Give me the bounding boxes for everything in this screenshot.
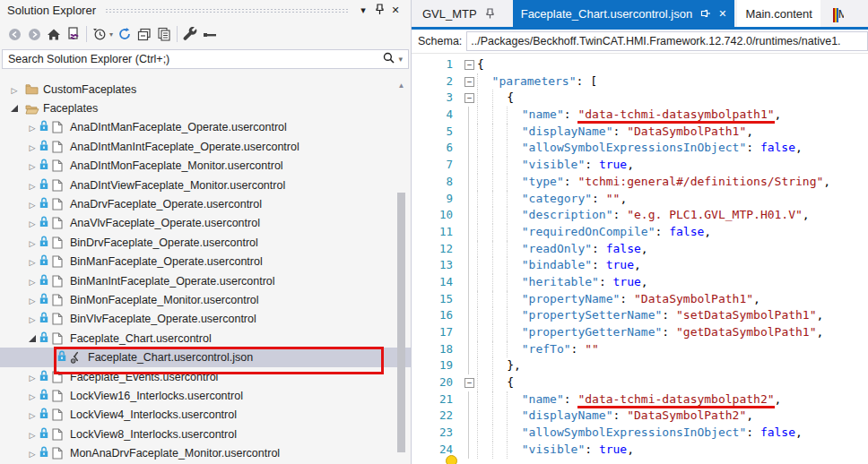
tree-item[interactable]: ▷AnaDrvFaceplate_Operate.usercontrol bbox=[0, 194, 411, 213]
expander-icon[interactable]: ▷ bbox=[7, 83, 22, 96]
tree-item[interactable]: ▷BinVlvFaceplate_Operate.usercontrol bbox=[0, 310, 411, 329]
close-tab-icon[interactable]: ✕ bbox=[718, 9, 726, 19]
expander-icon[interactable] bbox=[7, 102, 22, 115]
tab-gvl-mtp[interactable]: GVL_MTP bbox=[414, 0, 503, 27]
expander-icon[interactable]: ▷ bbox=[25, 159, 39, 172]
tree-item[interactable]: ▷AnaVlvFaceplate_Operate.usercontrol bbox=[0, 214, 411, 233]
code-text: "category": "", bbox=[477, 191, 868, 208]
code-line[interactable]: 17"propertyGetterName": "getDataSymbolPa… bbox=[412, 324, 868, 341]
code-line[interactable]: 20−{ bbox=[412, 374, 868, 391]
code-line[interactable]: 18"refTo": "" bbox=[412, 341, 868, 358]
tree-item[interactable]: ▷LockView8_Interlocks.usercontrol bbox=[0, 425, 411, 443]
tree-item[interactable]: ▷LockView16_Interlocks.usercontrol bbox=[0, 386, 411, 405]
code-text: "allowSymbolExpressionsInObject": false, bbox=[477, 425, 868, 442]
expander-icon[interactable]: ▷ bbox=[25, 294, 39, 306]
code-line[interactable]: 23"allowSymbolExpressionsInObject": fals… bbox=[412, 425, 868, 442]
code-line[interactable]: 4"name": "data-tchmi-datasymbolpath1", bbox=[412, 107, 868, 124]
tree-item[interactable]: ▷AnaDIntViewFaceplate_Monitor.usercontro… bbox=[0, 176, 411, 194]
tab-main-content[interactable]: Main.content bbox=[737, 0, 820, 27]
expander-icon[interactable]: ▷ bbox=[25, 408, 39, 421]
pin-icon[interactable] bbox=[700, 8, 711, 19]
fold-toggle[interactable]: − bbox=[463, 374, 477, 391]
code-line[interactable]: 8"type": "tchmi:general#/definitions/Str… bbox=[412, 174, 868, 191]
history-filter-icon[interactable] bbox=[90, 24, 109, 44]
tab-faceplate-chart-usercontrol-json[interactable]: Faceplate_Chart.usercontrol.json✕ bbox=[513, 0, 735, 27]
code-line[interactable]: 5"displayName": "DataSymbolPath1", bbox=[412, 124, 868, 141]
back-icon[interactable] bbox=[4, 24, 24, 44]
tree-item[interactable]: ▷MonAnaDrvFaceplate_Monitor.usercontrol bbox=[0, 443, 411, 462]
expander-icon[interactable]: ▷ bbox=[25, 121, 39, 133]
expander-icon[interactable]: ▷ bbox=[25, 236, 39, 249]
tree-item[interactable]: ▷AnaDIntMonFaceplate_Monitor.usercontrol bbox=[0, 157, 411, 176]
fold-toggle[interactable]: − bbox=[463, 56, 477, 73]
tree-item[interactable]: Faceplates bbox=[0, 99, 411, 117]
expander-icon[interactable]: ▷ bbox=[25, 313, 39, 325]
code-line[interactable]: 2−"parameters": [ bbox=[412, 73, 868, 90]
tree-item[interactable]: ▷LockView4_Interlocks.usercontrol bbox=[0, 406, 411, 425]
pin-icon[interactable] bbox=[371, 4, 387, 17]
code-line[interactable]: 21"name": "data-tchmi-datasymbolpath2", bbox=[412, 391, 868, 408]
expander-icon[interactable]: ▷ bbox=[25, 217, 39, 229]
expander-icon[interactable]: ▷ bbox=[25, 447, 39, 460]
code-line[interactable]: 19}, bbox=[412, 357, 868, 374]
expander-icon[interactable]: ▷ bbox=[25, 141, 39, 153]
tree-item[interactable]: ▷AnaDIntManFaceplate_Operate.usercontrol bbox=[0, 118, 411, 137]
expander-icon[interactable]: ▷ bbox=[25, 255, 39, 268]
code-line[interactable]: 12"readOnly": false, bbox=[412, 241, 868, 258]
fold-toggle[interactable]: − bbox=[463, 90, 477, 107]
home-icon[interactable] bbox=[44, 24, 64, 44]
tree-item[interactable]: Faceplate_Chart.usercontrol bbox=[0, 329, 411, 348]
tree-item[interactable]: ▷CustomFaceplates bbox=[0, 80, 411, 99]
expander-icon[interactable]: ▷ bbox=[25, 275, 39, 288]
code-line[interactable]: 1−{ bbox=[412, 56, 868, 73]
refresh-icon[interactable] bbox=[115, 24, 135, 44]
lock-icon bbox=[39, 120, 52, 134]
code-line[interactable]: 24"visible": true, bbox=[412, 442, 868, 459]
window-position-caret-icon[interactable]: ▾ bbox=[355, 4, 371, 16]
sync-with-active-document-icon[interactable] bbox=[64, 24, 83, 44]
code-line[interactable]: 9"category": "", bbox=[412, 191, 868, 208]
collapse-all-icon[interactable] bbox=[135, 24, 154, 44]
lock-icon bbox=[39, 446, 52, 460]
code-line[interactable]: 16"propertySetterName": "setDataSymbolPa… bbox=[412, 307, 868, 324]
expander-icon[interactable]: ▷ bbox=[25, 371, 39, 383]
lock-icon bbox=[39, 254, 52, 269]
tree-item[interactable]: ▷BinManFaceplate_Operate.usercontrol bbox=[0, 253, 411, 271]
forward-icon[interactable] bbox=[24, 24, 44, 44]
tree-item[interactable]: ▷BinDrvFaceplate_Operate.usercontrol bbox=[0, 233, 411, 252]
code-line[interactable]: 14"heritable": true, bbox=[412, 274, 868, 291]
collapse-definitions-icon[interactable] bbox=[200, 24, 220, 44]
wrench-icon[interactable] bbox=[180, 24, 200, 44]
history-filter-caret-icon[interactable]: ▾ bbox=[109, 30, 113, 39]
copy-properties-icon[interactable] bbox=[154, 24, 174, 44]
code-line[interactable]: 22"displayName": "DataSymbolPath2", bbox=[412, 408, 868, 425]
fold-toggle[interactable]: − bbox=[463, 73, 477, 90]
code-line[interactable]: 15"propertyName": "DataSymbolPath1", bbox=[412, 291, 868, 308]
code-line[interactable]: 6"allowSymbolExpressionsInObject": false… bbox=[412, 140, 868, 157]
code-line[interactable]: 10"description": "e.g. PLC1.GVL_MTP.H01.… bbox=[412, 207, 868, 224]
search-input[interactable]: Search Solution Explorer (Ctrl+;) ▾ bbox=[2, 49, 409, 69]
code-line[interactable]: 11"requiredOnCompile": false, bbox=[412, 224, 868, 241]
tree-item[interactable]: ▷BinManIntFaceplate_Operate.usercontrol bbox=[0, 271, 411, 290]
tree-item[interactable]: ▷BinMonFaceplate_Monitor.usercontrol bbox=[0, 290, 411, 309]
tree-item[interactable]: ▷AnaDIntManIntFaceplate_Operate.usercont… bbox=[0, 137, 411, 156]
json-code-editor[interactable]: 1−{2−"parameters": [3−{4"name": "data-tc… bbox=[412, 54, 868, 459]
drag-grip-texture[interactable] bbox=[105, 8, 348, 13]
tab-m[interactable]: M bbox=[833, 0, 844, 27]
expander-icon[interactable] bbox=[25, 332, 39, 345]
scroll-up-arrow-icon[interactable]: ▲ bbox=[396, 82, 406, 90]
search-options-caret-icon[interactable]: ▾ bbox=[398, 55, 403, 64]
pin-icon[interactable] bbox=[485, 8, 495, 19]
code-text: "displayName": "DataSymbolPath2", bbox=[477, 408, 868, 425]
expander-icon[interactable]: ▷ bbox=[25, 198, 39, 211]
close-icon[interactable]: ✕ bbox=[387, 4, 404, 16]
code-line[interactable]: 13"bindable": true, bbox=[412, 257, 868, 274]
code-line[interactable]: 3−{ bbox=[412, 90, 868, 107]
search-icon[interactable] bbox=[383, 52, 395, 66]
expander-icon[interactable]: ▷ bbox=[25, 428, 39, 441]
schema-path-combobox[interactable]: ../Packages/Beckhoff.TwinCAT.HMI.Framewo… bbox=[466, 31, 868, 51]
scrollbar-thumb[interactable] bbox=[397, 193, 405, 452]
expander-icon[interactable]: ▷ bbox=[25, 179, 39, 192]
expander-icon[interactable]: ▷ bbox=[25, 390, 39, 402]
code-line[interactable]: 7"visible": true, bbox=[412, 157, 868, 174]
